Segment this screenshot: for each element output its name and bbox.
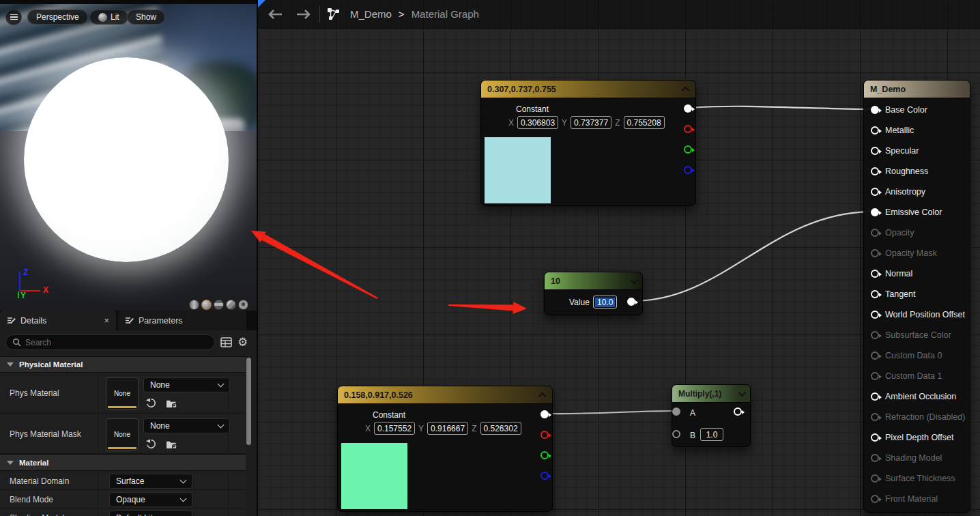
g-output-pin[interactable] (541, 451, 549, 459)
pin-row-anisotropy[interactable]: Anisotropy (864, 182, 970, 202)
section-title: Material (19, 459, 48, 467)
phys-material-mask-dropdown[interactable]: None (143, 418, 230, 433)
pin-row-metallic[interactable]: Metallic (864, 120, 970, 141)
g-output-pin[interactable] (684, 145, 692, 154)
pin-row-custom-data-0[interactable]: Custom Data 0 (864, 345, 970, 366)
pin-row-shading-model[interactable]: Shading Model (864, 448, 970, 468)
multiply-output-pin[interactable] (734, 407, 742, 416)
pin-row-world-position-offset[interactable]: World Position Offset (864, 304, 970, 325)
search-box[interactable] (5, 334, 215, 350)
cylinder-preview-button[interactable] (189, 300, 199, 310)
y-value-field[interactable]: 0.737377 (571, 116, 611, 129)
scalar-parameter-node[interactable]: 10 Value 10.0 (544, 272, 643, 315)
pin-row-emissive-color[interactable]: Emissive Color (864, 202, 970, 223)
breadcrumb-asset[interactable]: M_Demo (350, 8, 392, 20)
z-value-field[interactable]: 0.526302 (480, 422, 521, 435)
node-header[interactable]: M_Demo (864, 81, 970, 98)
b-output-pin[interactable] (684, 166, 692, 174)
search-input[interactable] (25, 338, 189, 347)
rgb-output-pin[interactable] (541, 410, 549, 418)
browse-to-asset-icon[interactable] (166, 398, 178, 409)
pin-label: Tangent (885, 289, 915, 299)
multiply-a-input-pin[interactable] (672, 407, 680, 416)
shading-model-dropdown[interactable]: Default Lit (109, 511, 192, 516)
pin-row-custom-data-1[interactable]: Custom Data 1 (864, 366, 970, 386)
pin-row-normal[interactable]: Normal (864, 263, 970, 284)
pin-row-subsurface-color[interactable]: Subsurface Color (864, 325, 970, 345)
pin-row-front-material[interactable]: Front Material (864, 489, 970, 509)
pin-row-pixel-depth-offset[interactable]: Pixel Depth Offset (864, 427, 970, 448)
r-output-pin[interactable] (541, 431, 549, 439)
settings-gear-icon[interactable]: ⚙ (237, 336, 248, 348)
graph-toolbar: M_Demo > Material Graph (258, 0, 980, 29)
value-field[interactable]: 10.0 (593, 296, 617, 309)
b-value-field[interactable]: 1.0 (700, 428, 723, 441)
node-header[interactable]: 0.307,0.737,0.755 (481, 81, 695, 98)
collapse-chevron-icon[interactable] (538, 392, 546, 399)
node-header[interactable]: 10 (545, 272, 642, 290)
x-value-field[interactable]: 0.157552 (374, 422, 415, 435)
viewport-menu-button[interactable] (5, 9, 22, 25)
rgb-output-pin[interactable] (684, 104, 692, 113)
pin-row-base-color[interactable]: Base Color (864, 100, 970, 120)
color-preview-swatch (341, 443, 407, 509)
blend-mode-dropdown[interactable]: Opaque (109, 492, 192, 507)
collapse-chevron-icon[interactable] (682, 86, 689, 94)
pin-row-tangent[interactable]: Tangent (864, 284, 970, 304)
x-label: X (508, 118, 514, 128)
custom-mesh-preview-button[interactable] (238, 300, 248, 310)
pin-row-roughness[interactable]: Roughness (864, 161, 970, 182)
multiply-b-input-pin[interactable] (672, 430, 680, 438)
expand-chevron-icon[interactable] (631, 276, 638, 283)
pin-row-surface-thickness[interactable]: Surface Thickness (864, 468, 970, 489)
constant3vector-node-green[interactable]: 0.158,0.917,0.526 Constant X 0.157552 Y … (337, 386, 553, 512)
perspective-button[interactable]: Perspective (27, 10, 88, 25)
scrollbar-thumb[interactable] (246, 358, 251, 445)
phys-material-thumbnail[interactable]: None (106, 377, 139, 410)
back-arrow-icon[interactable] (266, 9, 284, 20)
material-graph-panel[interactable]: M_Demo > Material Graph 0.307,0.737,0.75… (258, 0, 980, 516)
pin-row-refraction[interactable]: Refraction (Disabled) (864, 407, 970, 427)
multiply-node[interactable]: Multiply(,1) A B 1.0 (672, 384, 751, 447)
pin-row-specular[interactable]: Specular (864, 141, 970, 161)
details-scrollbar[interactable] (246, 358, 251, 515)
pin-row-opacity-mask[interactable]: Opacity Mask (864, 243, 970, 263)
r-output-pin[interactable] (684, 125, 692, 133)
phys-material-mask-thumbnail[interactable]: None (106, 418, 139, 450)
y-value-field[interactable]: 0.916667 (427, 422, 468, 435)
preview-viewport[interactable]: Perspective Lit Show Z X Y (0, 0, 257, 311)
sphere-preview-button[interactable] (201, 300, 212, 310)
x-value-field[interactable]: 0.306803 (517, 116, 558, 129)
plane-preview-button[interactable] (214, 300, 224, 310)
z-value-field[interactable]: 0.755208 (624, 116, 665, 129)
constant3vector-node-teal[interactable]: 0.307,0.737,0.755 Constant X 0.306803 Y … (480, 80, 696, 206)
browse-to-asset-icon[interactable] (166, 439, 178, 450)
pin-icon (871, 147, 879, 155)
pin-icon (871, 433, 879, 442)
tab-parameters[interactable]: Parameters (118, 311, 246, 330)
section-material[interactable]: Material (0, 455, 246, 471)
tab-details[interactable]: Details × (0, 311, 116, 330)
show-button[interactable]: Show (127, 10, 165, 25)
close-tab-icon[interactable]: × (104, 315, 109, 326)
pin-row-ambient-occlusion[interactable]: Ambient Occlusion (864, 386, 970, 407)
expand-chevron-icon[interactable] (738, 388, 746, 396)
b-output-pin[interactable] (541, 472, 549, 480)
phys-material-mask-label: Phys Material Mask (10, 429, 81, 439)
node-header[interactable]: Multiply(,1) (672, 385, 750, 403)
chevron-down-icon (180, 495, 187, 502)
display-filter-icon[interactable] (220, 337, 232, 347)
lit-mode-button[interactable]: Lit (89, 10, 128, 25)
material-domain-label: Material Domain (10, 476, 69, 486)
material-domain-dropdown[interactable]: Surface (109, 474, 192, 489)
cube-preview-button[interactable] (226, 300, 236, 310)
material-result-node[interactable]: M_Demo Base Color Metallic Specular Roug… (863, 80, 970, 513)
use-selected-asset-icon[interactable] (145, 397, 157, 409)
forward-arrow-icon[interactable] (295, 9, 313, 20)
use-selected-asset-icon[interactable] (145, 438, 157, 450)
phys-material-dropdown[interactable]: None (143, 377, 230, 392)
node-header[interactable]: 0.158,0.917,0.526 (338, 386, 552, 404)
value-output-pin[interactable] (627, 298, 635, 306)
pin-row-opacity[interactable]: Opacity (864, 223, 970, 243)
section-physical-material[interactable]: Physical Material (0, 356, 246, 373)
